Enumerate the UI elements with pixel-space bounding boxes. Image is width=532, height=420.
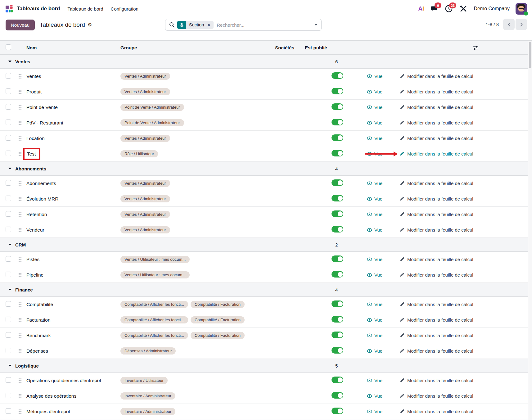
menu-configuration[interactable]: Configuration [111, 6, 138, 11]
drag-handle[interactable] [12, 105, 24, 110]
view-button[interactable]: Vue [367, 227, 397, 233]
search-input[interactable] [214, 22, 311, 28]
column-header-societes[interactable]: Sociétés [270, 45, 294, 50]
drag-handle[interactable] [12, 257, 24, 262]
dashboard-name[interactable]: Comptabilité [26, 302, 53, 307]
ai-icon[interactable]: AI [418, 5, 424, 12]
drag-handle[interactable] [12, 394, 24, 398]
edit-in-spreadsheet-button[interactable]: Modifier dans la feuille de calcul [400, 151, 473, 156]
edit-in-spreadsheet-button[interactable]: Modifier dans la feuille de calcul [400, 272, 473, 278]
dashboard-name[interactable]: Vendeur [26, 227, 44, 233]
published-toggle[interactable] [331, 392, 343, 399]
edit-in-spreadsheet-button[interactable]: Modifier dans la feuille de calcul [400, 227, 473, 233]
row-checkbox[interactable] [6, 104, 11, 110]
row-checkbox[interactable] [6, 393, 11, 398]
published-toggle[interactable] [331, 332, 343, 338]
edit-in-spreadsheet-button[interactable]: Modifier dans la feuille de calcul [400, 393, 473, 399]
drag-handle[interactable] [12, 378, 24, 383]
drag-handle[interactable] [12, 228, 24, 232]
published-toggle[interactable] [331, 300, 343, 307]
published-toggle[interactable] [331, 377, 343, 383]
edit-in-spreadsheet-button[interactable]: Modifier dans la feuille de calcul [400, 348, 473, 354]
search-facet-section[interactable]: Section ✕ [177, 21, 214, 29]
published-toggle[interactable] [331, 150, 343, 156]
published-toggle[interactable] [331, 255, 343, 262]
row-checkbox[interactable] [6, 256, 11, 262]
edit-in-spreadsheet-button[interactable]: Modifier dans la feuille de calcul [400, 212, 473, 217]
dashboard-name[interactable]: Produit [26, 89, 42, 94]
apps-grid-icon[interactable] [6, 5, 13, 12]
view-button[interactable]: Vue [367, 409, 397, 414]
drag-handle[interactable] [12, 349, 24, 353]
published-toggle[interactable] [331, 72, 343, 79]
menu-tableaux-de-bord[interactable]: Tableaux de bord [68, 6, 103, 11]
view-button[interactable]: Vue [367, 151, 397, 156]
dashboard-name[interactable]: Pipeline [26, 272, 43, 278]
view-button[interactable]: Vue [367, 136, 397, 141]
row-checkbox[interactable] [6, 332, 11, 338]
group-header-row[interactable]: Ventes 6 [0, 55, 532, 69]
row-checkbox[interactable] [6, 317, 11, 322]
dashboard-name[interactable]: Abonnements [26, 181, 56, 186]
dashboard-name[interactable]: Opérations quotidiennes d'entrepôt [26, 378, 101, 383]
view-button[interactable]: Vue [367, 302, 397, 307]
row-checkbox[interactable] [6, 227, 11, 232]
drag-handle[interactable] [12, 302, 24, 307]
row-checkbox[interactable] [6, 377, 11, 383]
edit-in-spreadsheet-button[interactable]: Modifier dans la feuille de calcul [400, 257, 473, 262]
group-header-row[interactable]: Abonnements 4 [0, 162, 532, 176]
view-button[interactable]: Vue [367, 120, 397, 125]
dashboard-name[interactable]: Évolution MRR [26, 196, 58, 201]
row-checkbox[interactable] [6, 120, 11, 125]
view-button[interactable]: Vue [367, 181, 397, 186]
drag-handle[interactable] [12, 90, 24, 94]
view-button[interactable]: Vue [367, 257, 397, 262]
drag-handle[interactable] [12, 318, 24, 322]
view-settings-gear-icon[interactable]: ⚙ [88, 22, 92, 28]
dashboard-name[interactable]: Benchmark [26, 333, 51, 338]
tools-icon[interactable] [459, 4, 468, 13]
edit-in-spreadsheet-button[interactable]: Modifier dans la feuille de calcul [400, 378, 473, 383]
dashboard-name[interactable]: PdV - Restaurant [26, 120, 63, 125]
view-button[interactable]: Vue [367, 89, 397, 94]
drag-handle[interactable] [12, 136, 24, 141]
edit-in-spreadsheet-button[interactable]: Modifier dans la feuille de calcul [400, 136, 473, 141]
drag-handle[interactable] [12, 273, 24, 277]
view-button[interactable]: Vue [367, 348, 397, 354]
published-toggle[interactable] [331, 347, 343, 354]
search-dropdown-toggle[interactable] [311, 19, 321, 30]
row-checkbox[interactable] [6, 408, 11, 414]
drag-handle[interactable] [12, 121, 24, 125]
row-checkbox[interactable] [6, 73, 11, 79]
published-toggle[interactable] [331, 271, 343, 278]
drag-handle[interactable] [12, 409, 24, 414]
drag-handle[interactable] [12, 333, 24, 338]
edit-in-spreadsheet-button[interactable]: Modifier dans la feuille de calcul [400, 333, 473, 338]
row-checkbox[interactable] [6, 211, 11, 217]
dashboard-name[interactable]: Facturation [26, 317, 51, 323]
published-toggle[interactable] [331, 134, 343, 141]
user-avatar[interactable] [516, 3, 527, 15]
edit-in-spreadsheet-button[interactable]: Modifier dans la feuille de calcul [400, 409, 473, 414]
dashboard-name[interactable]: Rétention [26, 212, 47, 217]
row-checkbox[interactable] [6, 301, 11, 307]
dashboard-name[interactable]: Métriques d'entrepôt [26, 409, 70, 414]
drag-handle[interactable] [12, 152, 24, 156]
published-toggle[interactable] [331, 408, 343, 414]
new-button[interactable]: Nouveau [6, 20, 35, 30]
published-toggle[interactable] [331, 226, 343, 233]
dashboard-name[interactable]: Dépenses [26, 348, 48, 354]
row-checkbox[interactable] [6, 88, 11, 94]
edit-in-spreadsheet-button[interactable]: Modifier dans la feuille de calcul [400, 120, 473, 125]
select-all-checkbox[interactable] [6, 44, 11, 50]
view-button[interactable]: Vue [367, 212, 397, 217]
drag-handle[interactable] [12, 197, 24, 201]
dashboard-name[interactable]: Point de Vente [26, 105, 58, 110]
view-button[interactable]: Vue [367, 378, 397, 383]
published-toggle[interactable] [331, 179, 343, 186]
published-toggle[interactable] [331, 210, 343, 217]
view-button[interactable]: Vue [367, 272, 397, 278]
column-header-nom[interactable]: Nom [24, 45, 120, 50]
group-header-row[interactable]: CRM 2 [0, 238, 532, 252]
edit-in-spreadsheet-button[interactable]: Modifier dans la feuille de calcul [400, 302, 473, 307]
